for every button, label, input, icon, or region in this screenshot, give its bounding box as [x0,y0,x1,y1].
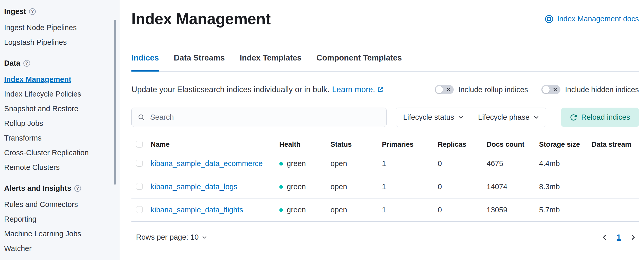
table-header: Name Health Status Primaries Replicas Do… [131,137,639,152]
refresh-icon [570,114,577,121]
lifebuoy-icon [545,15,553,23]
nav-section-data: Data ? Index Management Index Lifecycle … [4,59,107,171]
table-row: kibana_sample_data_flights green open 1 … [131,198,639,222]
tabs: Indices Data Streams Index Templates Com… [131,53,639,72]
column-header-storage-size[interactable]: Storage size [539,141,592,149]
toggle-include-hidden-indices[interactable]: Include hidden indices [541,85,639,94]
lifecycle-status-filter[interactable]: Lifecycle status [396,108,471,127]
primaries-value: 1 [382,159,438,168]
help-icon[interactable]: ? [23,60,30,67]
toggle-include-rollup-indices[interactable]: Include rollup indices [435,85,528,94]
storage-size-value: 5.7mb [539,206,592,214]
toggle-switch[interactable] [541,85,560,94]
rows-per-page-selector[interactable]: Rows per page: 10 [136,233,207,241]
nav-section-ingest: Ingest ? Ingest Node Pipelines Logstash … [4,7,107,46]
chevron-down-icon [534,116,539,119]
status-value: open [330,183,382,191]
tab-data-streams[interactable]: Data Streams [174,53,225,72]
app-window: Ingest ? Ingest Node Pipelines Logstash … [0,0,644,260]
select-all-checkbox[interactable] [136,141,143,148]
sidebar-item-ingest-node-pipelines[interactable]: Ingest Node Pipelines [4,24,107,31]
column-header-status[interactable]: Status [330,141,382,149]
docs-count-value: 4675 [487,159,539,168]
toggle-controls: Include rollup indices Include hidden in… [435,85,639,94]
sidebar-item-index-management[interactable]: Index Management [4,75,107,83]
chevron-left-icon[interactable] [602,234,606,240]
toggle-switch[interactable] [435,85,454,94]
search-icon [138,114,145,121]
storage-size-value: 8.3mb [539,183,592,191]
help-icon[interactable]: ? [29,8,36,15]
nav-heading-alerts-and-insights: Alerts and Insights ? [4,184,107,193]
filter-group: Lifecycle status Lifecycle phase [396,108,546,127]
toggle-label: Include rollup indices [458,85,528,94]
reload-indices-label: Reload indices [581,113,630,122]
index-name-link[interactable]: kibana_sample_data_flights [151,206,243,214]
column-header-primaries[interactable]: Primaries [382,141,438,149]
search-box [131,108,387,127]
row-checkbox[interactable] [136,183,143,190]
nav-heading-data: Data ? [4,59,107,67]
sidebar-item-index-lifecycle-policies[interactable]: Index Lifecycle Policies [4,90,107,98]
sidebar-item-reporting[interactable]: Reporting [4,215,107,223]
tab-component-templates[interactable]: Component Templates [317,53,402,72]
nav-heading-label: Ingest [4,7,26,16]
learn-more-label: Learn more. [332,85,375,94]
row-checkbox[interactable] [136,160,143,167]
tab-indices[interactable]: Indices [131,53,159,72]
sidebar-item-cross-cluster-replication[interactable]: Cross-Cluster Replication [4,149,107,157]
primaries-value: 1 [382,206,438,214]
sidebar-item-snapshot-and-restore[interactable]: Snapshot and Restore [4,105,107,112]
docs-link-label: Index Management docs [557,15,639,23]
sidebar-scrollbar[interactable] [114,20,116,185]
toggle-thumb [435,86,443,93]
cross-icon [553,87,558,92]
row-checkbox[interactable] [136,206,143,213]
table-row: kibana_sample_data_ecommerce green open … [131,152,639,175]
sidebar-item-watcher[interactable]: Watcher [4,245,107,252]
sidebar-item-logstash-pipelines[interactable]: Logstash Pipelines [4,38,107,46]
sidebar-item-remote-clusters[interactable]: Remote Clusters [4,163,107,171]
help-icon[interactable]: ? [74,185,81,192]
nav-heading-label: Data [4,59,20,67]
page-number[interactable]: 1 [617,233,621,241]
sidebar-item-rollup-jobs[interactable]: Rollup Jobs [4,119,107,127]
indices-table: Name Health Status Primaries Replicas Do… [131,137,639,222]
chevron-right-icon[interactable] [631,234,635,240]
tab-index-templates[interactable]: Index Templates [240,53,302,72]
storage-size-value: 4.4mb [539,159,592,168]
description-label: Update your Elasticsearch indices indivi… [131,85,329,94]
health-dot [279,208,283,212]
main-content: Index Management Index Management docs I… [120,0,644,260]
column-header-name[interactable]: Name [151,141,279,149]
status-value: open [330,159,382,168]
sidebar-item-rules-and-connectors[interactable]: Rules and Connectors [4,201,107,208]
external-link-icon [377,86,384,93]
filter-label: Lifecycle status [403,113,454,122]
index-name-link[interactable]: kibana_sample_data_logs [151,183,237,191]
toggle-thumb [542,86,550,93]
pagination: 1 [602,233,639,241]
lifecycle-phase-filter[interactable]: Lifecycle phase [471,108,546,127]
learn-more-link[interactable]: Learn more. [332,85,384,94]
nav-heading-label: Alerts and Insights [4,184,71,193]
replicas-value: 0 [438,206,487,214]
docs-link[interactable]: Index Management docs [545,15,639,23]
health-label: green [287,206,306,214]
sidebar-item-transforms[interactable]: Transforms [4,134,107,142]
description-text: Update your Elasticsearch indices indivi… [131,85,384,94]
description-row: Update your Elasticsearch indices indivi… [131,85,639,94]
page-header: Index Management Index Management docs [131,9,639,29]
reload-indices-button[interactable]: Reload indices [561,108,639,127]
column-header-health[interactable]: Health [279,141,330,149]
cross-icon [446,87,451,92]
toggle-label: Include hidden indices [565,85,639,94]
search-input[interactable] [132,108,386,127]
column-header-data-stream[interactable]: Data stream [592,141,639,149]
sidebar: Ingest ? Ingest Node Pipelines Logstash … [0,0,120,260]
column-header-replicas[interactable]: Replicas [438,141,487,149]
column-header-docs-count[interactable]: Docs count [487,141,539,149]
controls-row: Lifecycle status Lifecycle phase [131,108,639,127]
index-name-link[interactable]: kibana_sample_data_ecommerce [151,159,263,168]
sidebar-item-machine-learning-jobs[interactable]: Machine Learning Jobs [4,230,107,238]
